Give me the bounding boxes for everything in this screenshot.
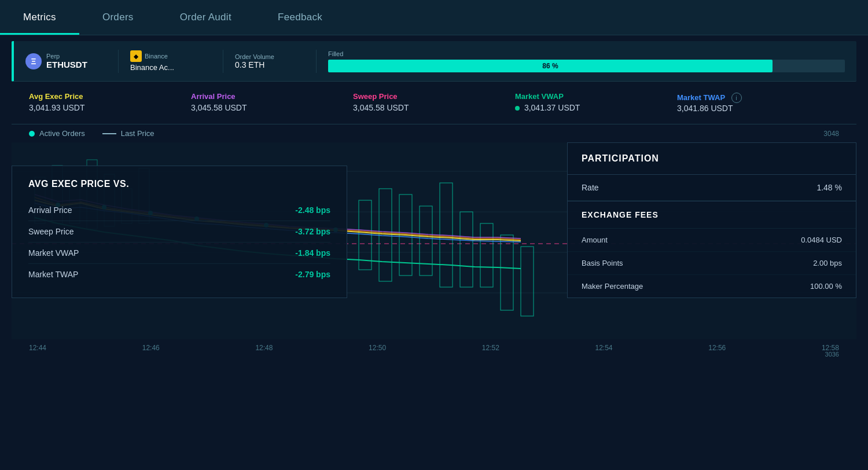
sweep-row-label: Sweep Price <box>28 227 74 236</box>
fees-title: EXCHANGE FEES <box>582 210 659 219</box>
metric-avg-exec: Avg Exec Price 3,041.93 USDT <box>29 92 191 113</box>
rate-label: Rate <box>582 183 599 192</box>
part-rate-row: Rate 1.48 % <box>568 175 856 201</box>
last-price-line <box>102 133 116 134</box>
price-high-label: 3048 <box>823 130 839 138</box>
arrival-row-value: -2.48 bps <box>295 205 330 215</box>
fees-row-maker: Maker Percentage 100.00 % <box>568 275 856 298</box>
vwap-label: Market VWAP <box>515 92 677 101</box>
chart-area: AVG EXEC PRICE VS. Arrival Price -2.48 b… <box>12 142 856 339</box>
legend-last-price: Last Price <box>102 129 155 138</box>
maker-label: Maker Percentage <box>582 282 643 291</box>
divider-2 <box>223 50 223 73</box>
avg-exec-label: Avg Exec Price <box>29 92 191 101</box>
x-label-1: 12:46 <box>142 344 160 352</box>
participation-panel: PARTICIPATION Rate 1.48 % EXCHANGE FEES … <box>567 142 856 298</box>
svg-rect-19 <box>501 235 513 310</box>
fill-bar-container: 86 % <box>328 60 845 72</box>
avg-exec-panel: AVG EXEC PRICE VS. Arrival Price -2.48 b… <box>12 166 347 298</box>
fill-section: Filled 86 % <box>328 50 845 72</box>
info-icon[interactable]: i <box>731 93 742 103</box>
active-orders-label: Active Orders <box>39 129 85 138</box>
divider-1 <box>118 50 119 73</box>
svg-rect-13 <box>379 189 392 281</box>
part-header: PARTICIPATION <box>568 143 856 175</box>
rate-value: 1.48 % <box>816 183 842 192</box>
exchange-field: ◆ Binance Binance Ac... <box>130 50 211 72</box>
legend-row: Active Orders Last Price 3048 <box>12 124 856 142</box>
vwap-dot <box>515 106 520 111</box>
vwap-value: 3,041.37 USDT <box>515 103 677 112</box>
vwap-row-value: -1.84 bps <box>295 248 330 258</box>
fees-row-bps: Basis Points 2.00 bps <box>568 252 856 275</box>
panel-row-sweep: Sweep Price -3.72 bps <box>28 221 330 243</box>
order-symbol: Ξ Perp ETHUSDT <box>25 53 106 69</box>
fees-row-amount: Amount 0.0484 USD <box>568 229 856 252</box>
divider-3 <box>316 50 317 73</box>
bps-value: 2.00 bps <box>813 259 842 267</box>
svg-rect-17 <box>460 212 473 287</box>
order-symbol-name: ETHUSDT <box>46 60 87 69</box>
arrival-label: Arrival Price <box>191 92 353 101</box>
x-label-0: 12:44 <box>29 344 46 352</box>
metrics-row: Avg Exec Price 3,041.93 USDT Arrival Pri… <box>12 82 856 124</box>
avg-exec-value: 3,041.93 USDT <box>29 103 191 112</box>
metric-arrival: Arrival Price 3,045.58 USDT <box>191 92 353 113</box>
metric-sweep: Sweep Price 3,045.58 USDT <box>353 92 515 113</box>
active-orders-dot <box>29 131 35 137</box>
filled-label: Filled <box>328 50 845 57</box>
x-label-4: 12:52 <box>482 344 499 352</box>
order-type-label: Perp <box>46 53 87 60</box>
top-nav: Metrics Orders Order Audit Feedback <box>0 0 868 35</box>
tab-feedback[interactable]: Feedback <box>255 0 345 35</box>
amount-value: 0.0484 USD <box>801 236 842 244</box>
sweep-value: 3,045.58 USDT <box>353 103 515 112</box>
panel-row-vwap: Market VWAP -1.84 bps <box>28 243 330 264</box>
eth-icon: Ξ <box>25 53 42 69</box>
legend-active-orders: Active Orders <box>29 129 85 138</box>
sweep-label: Sweep Price <box>353 92 515 101</box>
twap-row-value: -2.79 bps <box>295 270 330 279</box>
vwap-row-label: Market VWAP <box>28 248 79 258</box>
panel-row-arrival: Arrival Price -2.48 bps <box>28 200 330 221</box>
exchange-account: Binance Ac... <box>130 63 174 72</box>
svg-rect-15 <box>420 206 432 276</box>
tab-order-audit[interactable]: Order Audit <box>157 0 255 35</box>
binance-icon: ◆ <box>130 50 142 62</box>
sweep-row-value: -3.72 bps <box>295 227 330 236</box>
svg-rect-18 <box>480 223 493 287</box>
twap-row-label: Market TWAP <box>28 270 78 279</box>
metric-twap: Market TWAP i 3,041.86 USDT <box>677 92 839 113</box>
bps-label: Basis Points <box>582 259 623 267</box>
arrival-row-label: Arrival Price <box>28 205 72 215</box>
tab-orders[interactable]: Orders <box>79 0 157 35</box>
svg-rect-20 <box>521 247 534 316</box>
amount-label: Amount <box>582 236 608 244</box>
part-title: PARTICIPATION <box>582 153 659 163</box>
x-label-5: 12:54 <box>595 344 613 352</box>
fees-panel: EXCHANGE FEES Amount 0.0484 USD Basis Po… <box>568 201 856 298</box>
price-low-label: 3036 <box>0 351 856 358</box>
volume-field: Order Volume 0.3 ETH <box>235 53 304 69</box>
fill-bar: 86 % <box>328 60 773 72</box>
fill-percent: 86 % <box>542 62 558 70</box>
arrival-value: 3,045.58 USDT <box>191 103 353 112</box>
fees-header: EXCHANGE FEES <box>568 201 856 229</box>
exchange-label: Binance <box>145 53 168 60</box>
volume-label: Order Volume <box>235 53 304 60</box>
metric-vwap: Market VWAP 3,041.37 USDT <box>515 92 677 113</box>
order-bar: Ξ Perp ETHUSDT ◆ Binance Binance Ac... O… <box>12 41 856 82</box>
volume-value: 0.3 ETH <box>235 60 304 69</box>
twap-value: 3,041.86 USDT <box>677 104 733 113</box>
twap-label: Market TWAP <box>677 93 725 102</box>
maker-value: 100.00 % <box>810 282 842 291</box>
tab-metrics[interactable]: Metrics <box>0 0 79 35</box>
last-price-label: Last Price <box>121 129 155 138</box>
x-label-6: 12:56 <box>708 344 726 352</box>
panel-row-twap: Market TWAP -2.79 bps <box>28 264 330 285</box>
x-label-2: 12:48 <box>255 344 273 352</box>
x-label-3: 12:50 <box>369 344 386 352</box>
avg-exec-panel-title: AVG EXEC PRICE VS. <box>28 179 330 189</box>
